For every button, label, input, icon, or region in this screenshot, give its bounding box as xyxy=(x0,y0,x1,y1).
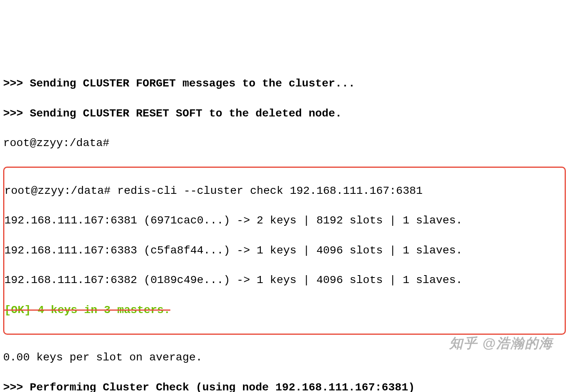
prompt-line: root@zzyy:/data# xyxy=(3,136,566,151)
cluster-check-header: >>> Performing Cluster Check (using node… xyxy=(3,380,566,392)
cluster-reset-line: >>> Sending CLUSTER RESET SOFT to the de… xyxy=(3,106,566,121)
highlighted-region: root@zzyy:/data# redis-cli --cluster che… xyxy=(3,167,566,335)
node-summary-2: 192.168.111.167:6383 (c5fa8f44...) -> 1 … xyxy=(4,243,565,258)
watermark: 知乎 @浩瀚的海 xyxy=(449,334,553,353)
cluster-forget-line: >>> Sending CLUSTER FORGET messages to t… xyxy=(3,76,566,91)
node-summary-1: 192.168.111.167:6381 (6971cac0...) -> 2 … xyxy=(4,213,565,228)
ok-status-line: [OK] 4 keys in 3 masters. xyxy=(4,303,565,318)
command-line: root@zzyy:/data# redis-cli --cluster che… xyxy=(4,184,565,199)
node-summary-3: 192.168.111.167:6382 (0189c49e...) -> 1 … xyxy=(4,273,565,288)
